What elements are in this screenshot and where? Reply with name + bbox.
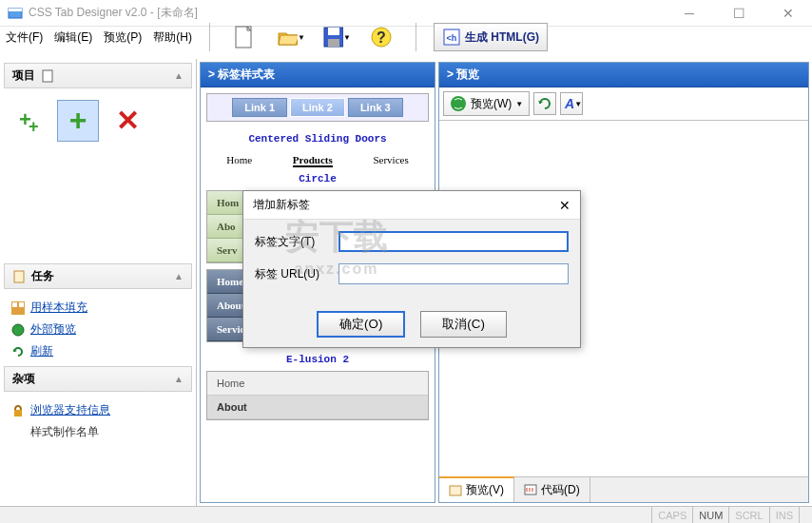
open-icon[interactable]: ▼ — [275, 22, 305, 52]
refresh-icon — [11, 345, 25, 358]
menu-file[interactable]: 文件(F) — [6, 29, 43, 46]
grid-icon — [11, 301, 25, 315]
generate-html-button[interactable]: <h 生成 HTML(G) — [434, 23, 548, 51]
svg-rect-5 — [328, 39, 339, 47]
new-icon[interactable] — [229, 22, 260, 52]
svg-text:✕: ✕ — [116, 105, 140, 136]
preview-tab-icon — [449, 484, 462, 497]
chevron-up-icon: ▲ — [174, 271, 184, 281]
document-icon — [41, 69, 54, 83]
svg-rect-18 — [19, 302, 24, 307]
status-caps: CAPS — [651, 507, 692, 523]
task-external-preview[interactable]: 外部预览 — [11, 319, 184, 340]
label-url-input[interactable] — [338, 263, 569, 284]
statusbar: CAPS NUM SCRL INS — [0, 506, 812, 523]
svg-text:?: ? — [377, 29, 386, 46]
lock-icon — [11, 404, 25, 417]
status-ins: INS — [769, 507, 799, 523]
svg-text:A: A — [564, 96, 574, 111]
task-refresh[interactable]: 刷新 — [11, 340, 184, 362]
label-text-label: 标签文字(T) — [255, 234, 331, 250]
titlebar: CSS Tab Designer v2.0 - [未命名] ─ ☐ ✕ — [0, 0, 812, 27]
svg-rect-1 — [9, 9, 22, 11]
svg-rect-4 — [328, 28, 339, 35]
add-tab-dialog: 增加新标签 ✕ 标签文字(T) 标签 URL(U) 确定(O) 取消(C) — [242, 190, 581, 348]
code-tab-icon — [524, 483, 537, 496]
menu-preview[interactable]: 预览(P) — [104, 29, 142, 46]
chevron-up-icon: ▲ — [174, 70, 184, 81]
sample-gray[interactable]: Home About — [206, 371, 429, 420]
svg-rect-17 — [12, 302, 17, 307]
tasks-header[interactable]: 任务 ▲ — [4, 263, 192, 289]
delete-button[interactable]: ✕ — [106, 100, 148, 142]
cancel-button[interactable]: 取消(C) — [420, 311, 507, 338]
task-fill-sample[interactable]: 用样本填充 — [11, 297, 184, 319]
preview-dropdown-button[interactable]: 预览(W) ▼ — [443, 91, 530, 116]
dialog-close-button[interactable]: ✕ — [559, 198, 570, 213]
minimize-button[interactable]: ─ — [673, 4, 706, 23]
sample-sliding-doors[interactable]: Link 1 Link 2 Link 3 — [206, 93, 429, 122]
save-icon[interactable]: ▼ — [320, 22, 351, 52]
preview-panel-header: > 预览 — [439, 63, 808, 87]
globe-icon — [11, 323, 25, 337]
projects-header[interactable]: 项目 ▲ — [4, 63, 192, 88]
status-num: NUM — [692, 507, 728, 523]
svg-text:+: + — [69, 104, 87, 137]
menu-edit[interactable]: 编辑(E) — [54, 29, 92, 46]
add-button[interactable]: + — [57, 100, 99, 142]
window-title: CSS Tab Designer v2.0 - [未命名] — [29, 5, 198, 21]
resize-grip[interactable] — [799, 507, 812, 523]
html-icon: <h — [442, 28, 461, 47]
styles-panel-header: > 标签样式表 — [201, 63, 435, 87]
svg-point-19 — [12, 324, 24, 336]
close-button[interactable]: ✕ — [772, 4, 804, 23]
misc-header[interactable]: 杂项 ▲ — [4, 366, 192, 392]
misc-credits[interactable]: 样式制作名单 — [11, 421, 184, 443]
refresh-preview-button[interactable] — [533, 92, 556, 115]
svg-text:+: + — [29, 117, 39, 136]
svg-rect-10 — [43, 70, 52, 82]
menu-help[interactable]: 帮助(H) — [153, 29, 192, 46]
globe-icon — [450, 95, 467, 112]
tab-code[interactable]: 代码(D) — [514, 477, 590, 502]
clipboard-icon — [12, 270, 26, 283]
misc-browser-support[interactable]: 浏览器支持信息 — [11, 399, 184, 421]
svg-rect-23 — [450, 486, 461, 495]
add-multi-button[interactable]: ++ — [8, 100, 49, 142]
svg-rect-20 — [14, 410, 22, 416]
help-icon[interactable]: ? — [366, 22, 396, 52]
sample-nav[interactable]: Home Products Services — [206, 150, 429, 167]
menubar: 文件(F) 编辑(E) 预览(P) 帮助(H) ▼ ▼ ? <h 生成 HTML… — [0, 27, 812, 48]
font-button[interactable]: A▼ — [560, 92, 583, 115]
app-icon — [8, 6, 23, 21]
label-text-input[interactable] — [338, 231, 569, 252]
status-scrl: SCRL — [728, 507, 768, 523]
tab-preview[interactable]: 预览(V) — [439, 476, 514, 502]
sidebar: 项目 ▲ ++ + ✕ 任务 ▲ 用样本填充 外部预览 刷新 杂项 ▲ 浏览器支… — [0, 59, 197, 506]
dialog-title: 增加新标签 — [253, 197, 310, 213]
label-url-label: 标签 URL(U) — [255, 266, 331, 282]
svg-rect-15 — [14, 271, 24, 282]
ok-button[interactable]: 确定(O) — [317, 311, 405, 338]
chevron-down-icon: ▼ — [515, 100, 523, 108]
svg-text:<h: <h — [447, 33, 457, 43]
chevron-up-icon: ▲ — [174, 374, 184, 384]
maximize-button[interactable]: ☐ — [723, 4, 755, 23]
